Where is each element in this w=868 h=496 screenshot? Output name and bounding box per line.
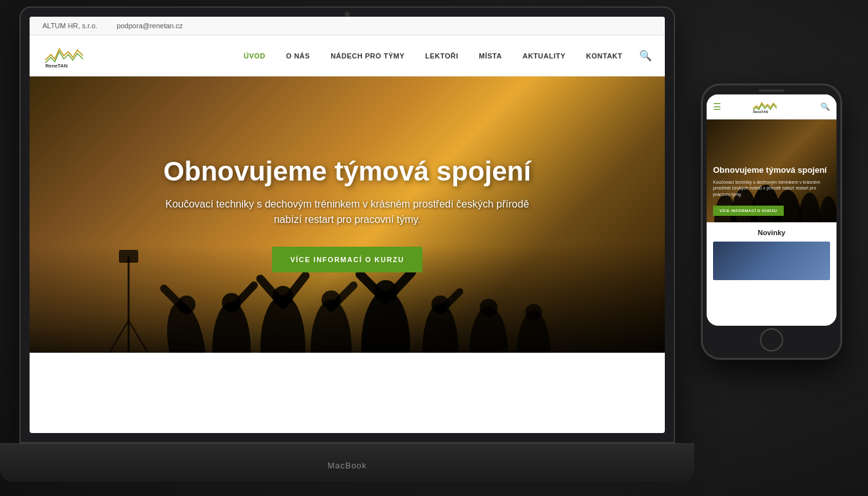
phone-body: ☰ ReneTAN 🔍 xyxy=(701,84,842,360)
nav-item-lektori[interactable]: LEKTOŘI xyxy=(415,52,469,60)
phone-hero: Obnovujeme týmová spojení Koučovací tech… xyxy=(707,120,836,222)
laptop-screen: ALTUM HR, s.r.o. podpora@renetan.cz Rene… xyxy=(30,17,665,433)
svg-point-28 xyxy=(525,304,542,321)
laptop-base: MacBook xyxy=(0,443,694,482)
nav-item-mista[interactable]: MÍSTA xyxy=(469,52,512,60)
laptop-camera xyxy=(345,12,350,17)
site-footer-area xyxy=(30,353,665,404)
hero-section: Obnovujeme týmová spojení Koučovací tech… xyxy=(30,76,665,353)
svg-text:ReneTAN: ReneTAN xyxy=(45,62,68,68)
site-nav: ReneTAN ÚVOD O NÁS NÁDECH PRO TÝMY LEKTO… xyxy=(30,35,665,76)
phone-novinky-section: Novinky xyxy=(707,222,836,287)
svg-point-26 xyxy=(480,299,498,317)
nav-item-uvod[interactable]: ÚVOD xyxy=(233,52,276,60)
company-name: ALTUM HR, s.r.o. xyxy=(42,22,97,30)
phone-hero-subtitle: Koučovací techniky s dechovým tréninkem … xyxy=(713,179,830,198)
laptop-body: ALTUM HR, s.r.o. podpora@renetan.cz Rene… xyxy=(19,6,675,443)
phone-device: ☰ ReneTAN 🔍 xyxy=(701,84,842,360)
phone-home-button[interactable] xyxy=(760,328,783,351)
logo-svg: ReneTAN xyxy=(42,43,87,69)
nav-item-nadech[interactable]: NÁDECH PRO TÝMY xyxy=(320,52,415,60)
phone-logo-svg: ReneTAN xyxy=(752,100,790,114)
phone-hero-text: Obnovujeme týmová spojení Koučovací tech… xyxy=(713,165,830,216)
phone-hero-cta[interactable]: VÍCE INFORMACÍ O KURZU xyxy=(713,206,784,216)
svg-line-3 xyxy=(129,321,148,353)
phone-screen: ☰ ReneTAN 🔍 xyxy=(707,94,836,326)
svg-line-2 xyxy=(109,321,129,353)
hero-title: Obnovujeme týmová spojení xyxy=(154,157,540,186)
main-nav: ÚVOD O NÁS NÁDECH PRO TÝMY LEKTOŘI MÍSTA… xyxy=(233,49,652,62)
nav-item-aktuality[interactable]: AKTUALITY xyxy=(512,52,576,60)
hamburger-icon[interactable]: ☰ xyxy=(713,102,721,112)
phone-novinky-title: Novinky xyxy=(713,229,830,236)
site-logo: ReneTAN xyxy=(42,43,87,69)
hero-text-block: Obnovujeme týmová spojení Koučovací tech… xyxy=(129,157,566,272)
laptop-device: ALTUM HR, s.r.o. podpora@renetan.cz Rene… xyxy=(19,6,675,482)
phone-news-image xyxy=(713,242,830,280)
hero-cta-button[interactable]: VÍCE INFORMACÍ O KURZU xyxy=(272,247,422,272)
site-topbar: ALTUM HR, s.r.o. podpora@renetan.cz xyxy=(30,17,665,35)
phone-nav: ☰ ReneTAN 🔍 xyxy=(707,94,836,120)
phone-speaker xyxy=(759,89,784,92)
nav-item-onas[interactable]: O NÁS xyxy=(276,52,320,60)
hero-subtitle: Koučovací techniky s dechovým tréninkem … xyxy=(154,197,540,227)
search-icon[interactable]: 🔍 xyxy=(639,49,652,62)
phone-hero-title: Obnovujeme týmová spojení xyxy=(713,165,830,175)
svg-text:ReneTAN: ReneTAN xyxy=(753,110,768,114)
company-email: podpora@renetan.cz xyxy=(116,22,183,30)
nav-item-kontakt[interactable]: KONTAKT xyxy=(576,52,633,60)
phone-search-icon[interactable]: 🔍 xyxy=(820,102,830,111)
laptop-brand-label: MacBook xyxy=(327,461,366,470)
